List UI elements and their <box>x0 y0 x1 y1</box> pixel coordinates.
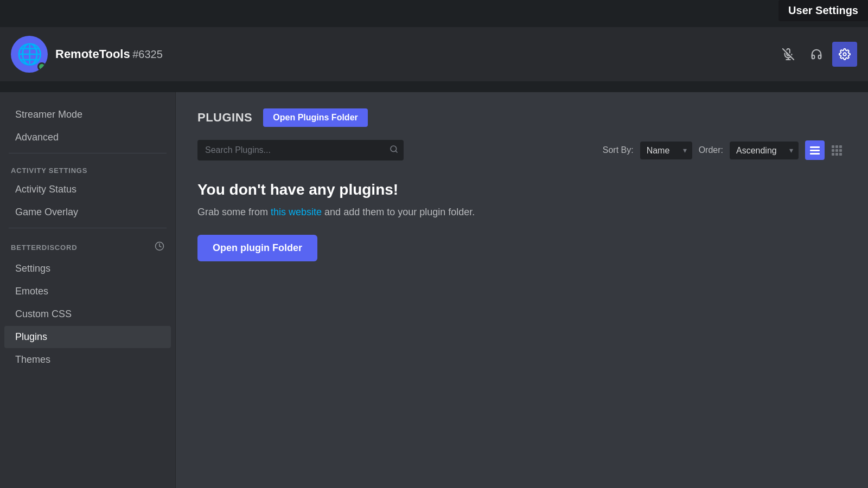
search-input[interactable] <box>197 140 404 160</box>
sort-controls: Sort By: Name Author Version Added Order… <box>603 140 846 160</box>
main-content: PLUGINS Open Plugins Folder Sort By: <box>176 92 868 488</box>
changelog-icon[interactable] <box>155 241 164 254</box>
sidebar-item-bd-themes[interactable]: Themes <box>4 349 171 371</box>
sidebar-item-advanced[interactable]: Advanced <box>4 126 171 149</box>
empty-title: You don't have any plugins! <box>197 181 846 198</box>
grid-view-icon <box>832 145 842 156</box>
sidebar-item-bd-custom-css[interactable]: Custom CSS <box>4 303 171 325</box>
sidebar-divider-2 <box>9 228 167 228</box>
user-settings-tooltip: User Settings <box>778 0 868 21</box>
status-dot <box>37 62 46 71</box>
activity-settings-section: ACTIVITY SETTINGS <box>0 158 175 178</box>
sort-by-select[interactable]: Name Author Version Added <box>640 142 692 159</box>
svg-line-6 <box>395 151 397 152</box>
sidebar: Streamer Mode Advanced ACTIVITY SETTINGS… <box>0 92 176 488</box>
sidebar-divider-1 <box>9 153 167 153</box>
main-layout: Streamer Mode Advanced ACTIVITY SETTINGS… <box>0 92 868 488</box>
sort-by-label: Sort By: <box>603 145 634 155</box>
user-settings-button[interactable] <box>832 42 857 67</box>
user-bar: 🌐 RemoteTools #6325 <box>0 27 868 81</box>
view-toggle <box>805 140 846 160</box>
sidebar-item-bd-emotes[interactable]: Emotes <box>4 280 171 303</box>
grid-view-button[interactable] <box>827 140 846 160</box>
betterdiscord-section: BETTERDISCORD <box>0 233 175 257</box>
plugins-header: PLUGINS Open Plugins Folder <box>197 108 846 127</box>
order-label: Order: <box>699 145 723 155</box>
mute-button[interactable] <box>776 42 801 67</box>
order-select[interactable]: Ascending Descending <box>730 142 799 159</box>
mute-icon <box>782 48 794 60</box>
list-view-icon <box>810 146 820 155</box>
svg-point-3 <box>843 53 846 56</box>
controls-row: Sort By: Name Author Version Added Order… <box>197 140 846 160</box>
deafen-button[interactable] <box>804 42 829 67</box>
this-website-link[interactable]: this website <box>271 207 322 217</box>
sidebar-item-game-overlay[interactable]: Game Overlay <box>4 201 171 223</box>
empty-description: Grab some from this website and add them… <box>197 205 846 220</box>
user-controls <box>776 42 857 67</box>
search-container <box>197 140 404 160</box>
sidebar-item-streamer-mode[interactable]: Streamer Mode <box>4 104 171 126</box>
page-title: PLUGINS <box>197 111 252 125</box>
headphones-icon <box>810 48 822 60</box>
avatar-globe-icon: 🌐 <box>17 42 42 66</box>
sidebar-item-activity-status[interactable]: Activity Status <box>4 178 171 201</box>
open-plugins-folder-button[interactable]: Open Plugins Folder <box>263 108 367 127</box>
search-icon <box>390 145 398 156</box>
open-plugin-folder-button[interactable]: Open plugin Folder <box>197 235 317 261</box>
username: RemoteTools <box>55 47 130 61</box>
user-info: RemoteTools #6325 <box>55 47 768 61</box>
top-area: User Settings 🌐 RemoteTools #6325 <box>0 0 868 92</box>
empty-state: You don't have any plugins! Grab some fr… <box>197 176 846 267</box>
gear-icon <box>839 48 851 60</box>
sidebar-item-bd-plugins[interactable]: Plugins <box>4 326 171 348</box>
avatar: 🌐 <box>11 36 48 73</box>
sort-by-select-wrapper: Name Author Version Added <box>640 142 692 159</box>
order-select-wrapper: Ascending Descending <box>730 142 799 159</box>
list-view-button[interactable] <box>805 140 825 160</box>
discriminator: #6325 <box>132 48 163 60</box>
sidebar-item-bd-settings[interactable]: Settings <box>4 258 171 280</box>
